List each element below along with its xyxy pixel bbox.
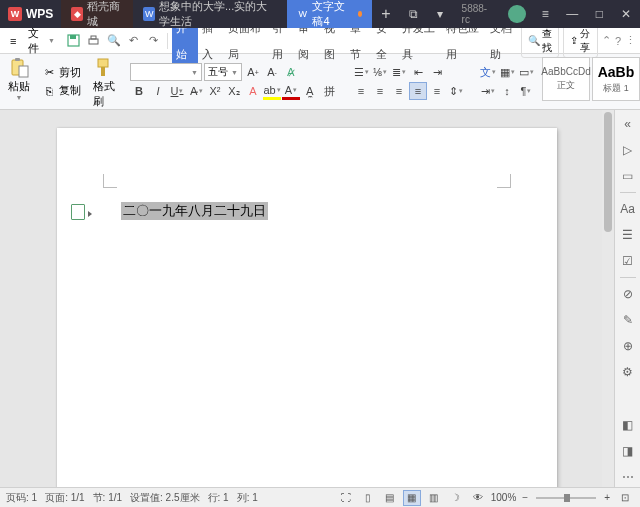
bullets-button[interactable]: ☰▾ <box>352 63 370 81</box>
side-select-icon[interactable]: ▷ <box>618 140 638 160</box>
grow-font-button[interactable]: A+ <box>244 63 262 81</box>
char-shading-button[interactable]: A̼ <box>301 82 319 100</box>
view-read-icon[interactable]: ▯ <box>359 490 377 506</box>
style-heading1[interactable]: AaBb 标题 1 <box>592 57 640 101</box>
sort-button[interactable]: ↕ <box>498 82 516 100</box>
qat-save-icon[interactable] <box>65 32 83 50</box>
zoom-slider[interactable] <box>536 497 596 499</box>
side-translate-icon[interactable]: ✎ <box>618 310 638 330</box>
zoom-fit-icon[interactable]: ⊡ <box>616 490 634 506</box>
shrink-font-button[interactable]: A- <box>263 63 281 81</box>
status-section[interactable]: 节: 1/1 <box>93 491 122 505</box>
qat-print-icon[interactable] <box>85 32 103 50</box>
paste-options-icon[interactable] <box>71 204 85 220</box>
selected-text[interactable]: 二〇一九年八月二十九日 <box>121 202 268 220</box>
scroll-thumb[interactable] <box>604 112 612 232</box>
view-fullscreen-icon[interactable]: ⛶ <box>337 490 355 506</box>
text-effect-button[interactable]: A <box>244 82 262 100</box>
side-collapse-icon[interactable]: « <box>618 114 638 134</box>
help-icon[interactable]: ? <box>615 35 621 47</box>
collapse-ribbon-icon[interactable]: ⌃ <box>602 34 611 47</box>
file-menu[interactable]: 文件 ▼ <box>22 24 61 58</box>
vertical-scrollbar[interactable] <box>602 110 614 487</box>
align-left-button[interactable]: ≡ <box>352 82 370 100</box>
zoom-out-button[interactable]: − <box>520 492 530 503</box>
status-row[interactable]: 行: 1 <box>208 491 229 505</box>
tab-doc-1[interactable]: W 想象中的大学...实的大学生活 <box>133 0 287 28</box>
zoom-level[interactable]: 100% <box>491 492 517 503</box>
status-col[interactable]: 列: 1 <box>237 491 258 505</box>
side-select2-icon[interactable]: ☑ <box>618 251 638 271</box>
increase-indent-button[interactable]: ⇥ <box>428 63 446 81</box>
window-menu[interactable]: ≡ <box>532 0 559 28</box>
underline-button[interactable]: U▾ <box>168 82 186 100</box>
side-find-icon[interactable]: ⊕ <box>618 336 638 356</box>
view-web-icon[interactable]: ▤ <box>381 490 399 506</box>
qat-undo-icon[interactable]: ↶ <box>125 32 143 50</box>
align-center-button[interactable]: ≡ <box>371 82 389 100</box>
font-color-button[interactable]: A▾ <box>282 82 300 100</box>
hamburger-button[interactable]: ≡ <box>4 35 22 47</box>
copy-button[interactable]: ⎘复制 <box>39 82 84 99</box>
document-area[interactable]: 二〇一九年八月二十九日 <box>0 110 614 487</box>
status-page[interactable]: 页码: 1 <box>6 491 37 505</box>
tab-list-button[interactable]: ⧉ <box>399 0 426 28</box>
shading-button[interactable]: ▦▾ <box>498 63 516 81</box>
multilevel-button[interactable]: ≣▾ <box>390 63 408 81</box>
new-tab-button[interactable]: + <box>372 0 399 28</box>
cut-button[interactable]: ✂剪切 <box>39 64 84 81</box>
share-button[interactable]: ⇪ 分享 <box>563 24 598 58</box>
decrease-indent-button[interactable]: ⇤ <box>409 63 427 81</box>
window-maximize[interactable]: □ <box>586 0 613 28</box>
clear-format-button[interactable]: A̷ <box>282 63 300 81</box>
zoom-in-button[interactable]: + <box>602 492 612 503</box>
strike-button[interactable]: A̶▾ <box>187 82 205 100</box>
show-marks-button[interactable]: ¶▾ <box>517 82 535 100</box>
subscript-button[interactable]: X₂ <box>225 82 243 100</box>
tab-menu-button[interactable]: ▾ <box>427 0 454 28</box>
page[interactable]: 二〇一九年八月二十九日 <box>57 128 557 487</box>
view-eye-icon[interactable]: 👁 <box>469 490 487 506</box>
tab-button[interactable]: ⇥▾ <box>479 82 497 100</box>
highlight-button[interactable]: ab▾ <box>263 82 281 100</box>
side-more-icon[interactable]: ⋯ <box>618 467 638 487</box>
search-button[interactable]: 🔍 查找 <box>521 24 559 58</box>
align-justify-button[interactable]: ≡ <box>409 82 427 100</box>
numbering-button[interactable]: ⅛▾ <box>371 63 389 81</box>
view-mode-icon[interactable]: ☽ <box>447 490 465 506</box>
side-bottom1-icon[interactable]: ◧ <box>618 415 638 435</box>
text-direction-button[interactable]: 文▾ <box>479 63 497 81</box>
window-minimize[interactable]: — <box>559 0 586 28</box>
italic-button[interactable]: I <box>149 82 167 100</box>
side-nav-icon[interactable]: ☰ <box>618 225 638 245</box>
side-clipboard-icon[interactable]: ▭ <box>618 166 638 186</box>
window-close[interactable]: ✕ <box>613 0 640 28</box>
superscript-button[interactable]: X² <box>206 82 224 100</box>
tab-store[interactable]: ◆ 稻壳商城 <box>61 0 133 28</box>
status-pages[interactable]: 页面: 1/1 <box>45 491 84 505</box>
side-limit-icon[interactable]: ⊘ <box>618 284 638 304</box>
bold-button[interactable]: B <box>130 82 148 100</box>
align-right-button[interactable]: ≡ <box>390 82 408 100</box>
more-icon[interactable]: ⋮ <box>625 34 636 47</box>
avatar[interactable] <box>508 5 525 23</box>
line-spacing-button[interactable]: ⇕▾ <box>447 82 465 100</box>
paste-button[interactable]: 粘贴▼ <box>4 57 34 106</box>
status-setvalue[interactable]: 设置值: 2.5厘米 <box>130 491 199 505</box>
borders-button[interactable]: ▭▾ <box>517 63 535 81</box>
font-name-select[interactable]: ▼ <box>130 63 202 81</box>
style-normal[interactable]: AaBbCcDd 正文 <box>542 57 590 101</box>
tab-doc-active[interactable]: W 文字文稿4 <box>287 0 373 28</box>
phonetic-button[interactable]: 拼 <box>320 82 338 100</box>
side-style-icon[interactable]: Aa <box>618 199 638 219</box>
align-distribute-button[interactable]: ≡ <box>428 82 446 100</box>
qat-preview-icon[interactable]: 🔍 <box>105 32 123 50</box>
app-logo[interactable]: W WPS <box>0 7 61 21</box>
side-bottom2-icon[interactable]: ◨ <box>618 441 638 461</box>
view-outline-icon[interactable]: ▥ <box>425 490 443 506</box>
side-settings-icon[interactable]: ⚙ <box>618 362 638 382</box>
format-painter-button[interactable]: 格式刷 <box>89 57 119 106</box>
view-print-icon[interactable]: ▦ <box>403 490 421 506</box>
qat-redo-icon[interactable]: ↷ <box>145 32 163 50</box>
font-size-select[interactable]: 五号▼ <box>204 63 242 81</box>
